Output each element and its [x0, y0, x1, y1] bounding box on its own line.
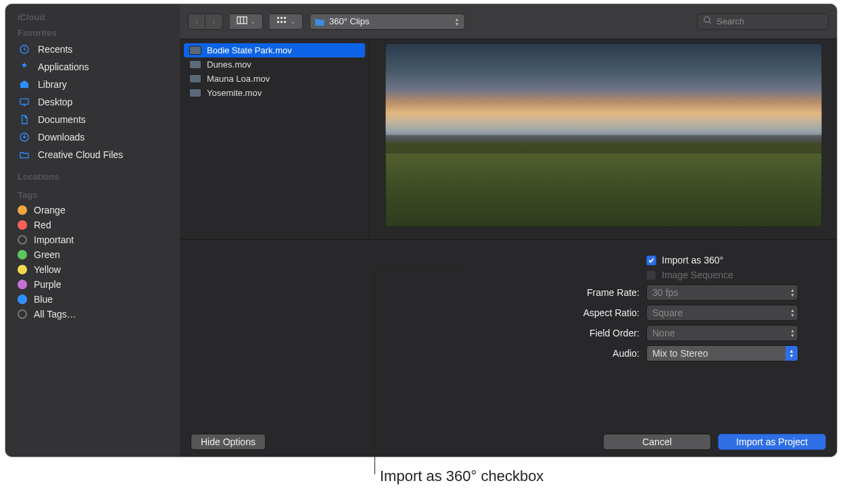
svg-rect-8: [284, 21, 286, 23]
sidebar-item-label: Library: [38, 79, 67, 90]
stepper-icon: ▲▼: [790, 288, 795, 297]
sidebar-item-recents[interactable]: Recents: [5, 41, 180, 58]
import-dialog: iCloud Favorites Recents Applications Li…: [5, 4, 837, 457]
downloads-icon: [18, 131, 31, 143]
tag-label: Important: [34, 234, 74, 245]
svg-rect-3: [277, 17, 279, 19]
titlebar: ‹ › ⌄ ⌄: [180, 4, 837, 39]
file-name: Bodie State Park.mov: [207, 45, 292, 55]
document-icon: [18, 114, 31, 126]
tag-dot-icon: [18, 235, 27, 245]
image-sequence-checkbox: [646, 270, 656, 280]
sidebar-tag-blue[interactable]: Blue: [5, 292, 180, 307]
tag-dot-icon: [18, 295, 27, 304]
audio-label: Audio:: [443, 348, 646, 359]
svg-point-9: [704, 17, 710, 22]
nav-buttons: ‹ ›: [188, 14, 223, 30]
movie-icon: [189, 74, 201, 83]
sidebar-tag-purple[interactable]: Purple: [5, 277, 180, 292]
frame-rate-label: Frame Rate:: [443, 287, 646, 298]
select-value: 30 fps: [652, 287, 678, 298]
forward-button[interactable]: ›: [205, 14, 223, 30]
sidebar-item-desktop[interactable]: Desktop: [5, 93, 180, 111]
file-item[interactable]: Yosemite.mov: [184, 86, 365, 100]
field-order-select: None ▲▼: [646, 325, 798, 341]
svg-rect-6: [277, 21, 279, 23]
select-value: Mix to Stereo: [652, 348, 708, 359]
all-tags-icon: [18, 309, 27, 319]
cancel-button[interactable]: Cancel: [603, 434, 711, 450]
import-360-checkbox[interactable]: [646, 255, 656, 266]
select-value: None: [652, 328, 675, 338]
grid-icon: [276, 16, 287, 26]
view-columns-button[interactable]: ⌄: [230, 14, 263, 30]
file-name: Mauna Loa.mov: [207, 74, 270, 84]
search-field[interactable]: [697, 14, 829, 30]
stepper-icon: ▲▼: [452, 16, 462, 28]
sidebar-item-downloads[interactable]: Downloads: [5, 128, 180, 146]
stepper-icon: ▲▼: [790, 308, 795, 318]
sidebar-item-label: Downloads: [38, 132, 84, 143]
tag-dot-icon: [18, 280, 27, 289]
chevron-right-icon: ›: [213, 17, 216, 26]
svg-rect-4: [281, 17, 283, 19]
file-item[interactable]: Dunes.mov: [184, 57, 365, 72]
preview-image: [385, 43, 822, 227]
stepper-icon: ▲▼: [790, 328, 795, 338]
search-input[interactable]: [717, 16, 823, 26]
clock-icon: [18, 43, 31, 55]
sidebar-item-documents[interactable]: Documents: [5, 111, 180, 128]
file-list: Bodie State Park.mov Dunes.mov Mauna Loa…: [180, 39, 369, 239]
sidebar-header-icloud: iCloud: [5, 9, 180, 25]
tag-label: Yellow: [34, 264, 61, 275]
library-icon: [18, 78, 31, 91]
file-item[interactable]: Mauna Loa.mov: [184, 72, 365, 86]
import-360-label: Import as 360°: [662, 255, 723, 266]
sidebar-item-label: Desktop: [38, 97, 72, 107]
main-pane: ‹ › ⌄ ⌄: [180, 4, 837, 457]
sidebar-item-label: Applications: [38, 61, 89, 72]
sidebar-tag-red[interactable]: Red: [5, 218, 180, 232]
import-as-project-button[interactable]: Import as Project: [718, 434, 826, 450]
bottom-bar: Hide Options Cancel Import as Project: [180, 427, 837, 457]
options-area: Import as 360° Image Sequence Frame Rate…: [180, 239, 837, 457]
sidebar-item-label: Documents: [38, 114, 86, 125]
sidebar-tag-green[interactable]: Green: [5, 247, 180, 262]
audio-select[interactable]: Mix to Stereo ▲▼: [646, 345, 798, 361]
sidebar-tag-important[interactable]: Important: [5, 232, 180, 247]
chevron-left-icon: ‹: [195, 17, 198, 26]
sidebar-item-library[interactable]: Library: [5, 76, 180, 93]
path-label: 360° Clips: [329, 16, 369, 26]
sidebar-header-tags: Tags: [5, 187, 180, 203]
select-value: Square: [652, 307, 683, 318]
sidebar-tag-all[interactable]: All Tags…: [5, 307, 180, 322]
tag-dot-icon: [18, 220, 27, 230]
sidebar-item-label: Recents: [38, 44, 72, 55]
sidebar-header-locations: Locations: [5, 169, 180, 184]
tag-dot-icon: [18, 265, 27, 274]
sidebar-item-applications[interactable]: Applications: [5, 58, 180, 76]
sidebar-item-creative-cloud[interactable]: Creative Cloud Files: [5, 146, 180, 163]
search-icon: [703, 16, 712, 27]
desktop-icon: [18, 96, 31, 108]
tag-label: Purple: [34, 279, 61, 290]
file-name: Dunes.mov: [207, 59, 251, 70]
tag-label: Green: [34, 249, 60, 260]
hide-options-button[interactable]: Hide Options: [191, 434, 266, 450]
movie-icon: [189, 89, 201, 97]
folder-icon: [18, 149, 31, 161]
annotation-leader-h: [374, 270, 465, 271]
arrange-button[interactable]: ⌄: [270, 14, 303, 30]
folder-icon: [314, 17, 325, 26]
back-button[interactable]: ‹: [188, 14, 205, 30]
path-dropdown[interactable]: 360° Clips ▲▼: [310, 14, 465, 30]
annotation-leader-v: [374, 270, 375, 474]
movie-icon: [189, 46, 201, 55]
tag-dot-icon: [18, 205, 27, 215]
stepper-icon: ▲▼: [785, 346, 798, 361]
sidebar-header-favorites: Favorites: [5, 25, 180, 41]
sidebar-tag-yellow[interactable]: Yellow: [5, 262, 180, 277]
sidebar-tag-orange[interactable]: Orange: [5, 203, 180, 218]
file-item[interactable]: Bodie State Park.mov: [184, 43, 365, 57]
frame-rate-select: 30 fps ▲▼: [646, 284, 798, 301]
